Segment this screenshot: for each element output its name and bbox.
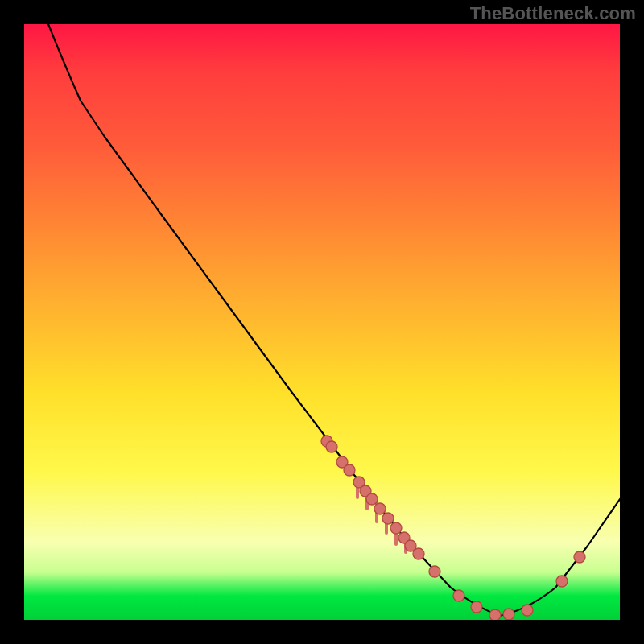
- curve-marker: [344, 464, 355, 476]
- curve-marker: [453, 590, 464, 601]
- curve-markers: [321, 436, 585, 620]
- curve-marker: [390, 522, 402, 534]
- chart-frame: TheBottleneck.com: [0, 0, 644, 644]
- bottleneck-curve-path: [48, 24, 620, 616]
- curve-svg: [24, 24, 620, 620]
- curve-marker: [574, 551, 585, 563]
- curve-marker: [503, 609, 514, 620]
- curve-marker: [489, 609, 501, 620]
- curve-marker: [374, 503, 386, 514]
- curve-marker: [413, 548, 424, 559]
- curve-marker: [429, 566, 440, 577]
- watermark-text: TheBottleneck.com: [470, 3, 636, 24]
- curve-marker: [366, 493, 378, 505]
- curve-marker: [471, 601, 482, 613]
- curve-marker: [326, 441, 337, 452]
- curve-marker: [522, 605, 533, 616]
- curve-marker: [382, 513, 394, 524]
- curve-marker: [556, 576, 568, 587]
- plot-area: [24, 24, 620, 620]
